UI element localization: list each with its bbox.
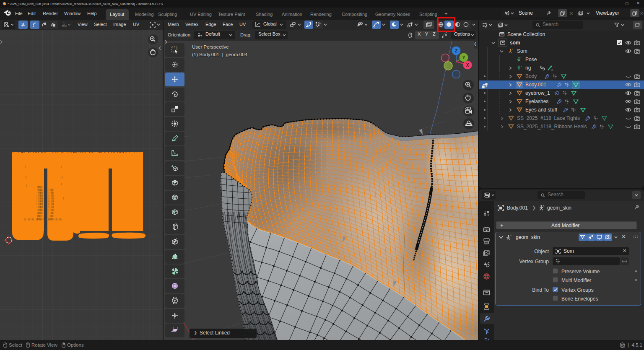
svg-text:X: X [466,63,469,67]
svg-text:112: 112 [551,68,553,71]
svg-text:Y: Y [462,55,465,60]
svg-text:Z: Z [455,49,457,53]
